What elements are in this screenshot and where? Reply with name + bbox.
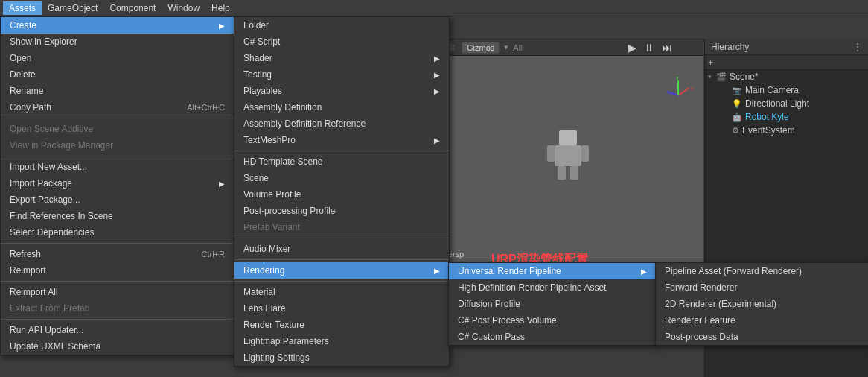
import-package-arrow: ▶ [219,180,225,188]
rendering-arrow: ▶ [434,267,440,275]
hierarchy-item-robot[interactable]: 🤖 Robot Kyle [705,110,868,124]
svg-rect-4 [558,166,566,180]
hierarchy-title: Hierarchy [711,42,749,52]
all-label: All [513,43,522,52]
light-icon: 💡 [732,99,742,109]
refresh-shortcut: Ctrl+R [202,250,225,259]
menu-component[interactable]: Component [103,1,162,15]
menu-item-view-package-manager: View in Package Manager [1,137,234,153]
svg-rect-3 [581,145,589,162]
menu-item-reimport[interactable]: Reimport [1,262,234,279]
hierarchy-toolbar: + [705,55,868,70]
hierarchy-item-camera[interactable]: 📷 Main Camera [705,83,868,97]
create-item-material[interactable]: Material [234,284,449,300]
sep4 [1,281,234,282]
create-item-assembly-def[interactable]: Assembly Definition [234,99,449,115]
create-sep4 [234,281,449,282]
create-item-prefab-variant: Prefab Variant [234,219,449,235]
hierarchy-menu-icon[interactable]: ⋮ [853,42,862,52]
urp-arrow: ▶ [641,267,647,276]
gizmos-dropdown: ▾ [504,42,508,52]
menu-item-delete[interactable]: Delete [1,66,234,83]
create-item-scene[interactable]: Scene [234,170,449,186]
menu-item-run-api-updater[interactable]: Run API Updater... [1,322,234,338]
create-item-csharp[interactable]: C# Script [234,34,449,50]
rendering-item-custom-pass[interactable]: C# Custom Pass [449,329,656,345]
menu-item-import-package[interactable]: Import Package ▶ [1,175,234,191]
rendering-item-hdrp[interactable]: High Definition Render Pipeline Asset [449,279,656,296]
rendering-dropdown-menu: Universal Render Pipeline ▶ High Definit… [448,262,657,346]
menu-item-extract-from-prefab: Extract From Prefab [1,300,234,317]
hierarchy-header: Hierarchy ⋮ [705,39,868,55]
rendering-item-urp[interactable]: Universal Render Pipeline ▶ [449,263,656,279]
svg-rect-2 [547,145,555,162]
create-item-audio-mixer[interactable]: Audio Mixer [234,241,449,257]
svg-text:x: x [691,85,694,92]
create-item-post-processing-profile[interactable]: Post-processing Profile [234,203,449,219]
create-item-lightmap-params[interactable]: Lightmap Parameters [234,333,449,349]
play-button[interactable]: ▶ [625,40,639,55]
hierarchy-item-scene[interactable]: ▾ 🎬 Scene* [705,70,868,83]
create-item-playables[interactable]: Playables ▶ [234,83,449,99]
playback-controls: ▶ ⏸ ⏭ [625,40,675,55]
svg-line-10 [667,92,678,95]
urp-item-forward-renderer[interactable]: Forward Renderer [656,279,868,296]
scene-icon: 🎬 [716,72,727,82]
urp-item-2d-renderer[interactable]: 2D Renderer (Experimental) [656,296,868,312]
tmp-arrow: ▶ [434,136,440,145]
scene-label: Scene* [730,72,759,82]
sep1 [1,118,234,118]
menu-help[interactable]: Help [205,1,236,15]
pause-button[interactable]: ⏸ [641,40,657,55]
menu-item-copy-path[interactable]: Copy Path Alt+Ctrl+C [1,99,234,115]
create-sep3 [234,259,449,260]
menu-assets[interactable]: Assets [3,1,42,15]
menu-bar: Assets GameObject Component Window Help [0,0,868,16]
svg-line-6 [678,88,689,95]
create-sep2 [234,238,449,238]
menu-item-export-package[interactable]: Export Package... [1,191,234,208]
create-item-lighting-settings[interactable]: Lighting Settings [234,349,449,366]
create-item-textmeshpro[interactable]: TextMeshPro ▶ [234,132,449,148]
create-sep1 [234,151,449,151]
step-button[interactable]: ⏭ [659,40,675,55]
menu-item-refresh[interactable]: Refresh Ctrl+R [1,246,234,262]
hierarchy-add-button[interactable]: + [708,57,713,68]
scene-canvas: x y < Persp [433,56,703,262]
rendering-item-diffusion[interactable]: Diffusion Profile [449,296,656,312]
create-item-volume-profile[interactable]: Volume Profile [234,186,449,203]
menu-item-import-new-asset[interactable]: Import New Asset... [1,159,234,175]
create-item-render-texture[interactable]: Render Texture [234,317,449,333]
urp-dropdown-menu: Pipeline Asset (Forward Renderer) Forwar… [655,262,868,346]
menu-item-open[interactable]: Open [1,50,234,66]
create-arrow: ▶ [219,22,225,30]
create-dropdown-menu: Folder C# Script Shader ▶ Testing ▶ Play… [234,16,450,367]
create-item-shader[interactable]: Shader ▶ [234,50,449,66]
axis-gizmo: x y [660,77,697,114]
create-item-lens-flare[interactable]: Lens Flare [234,300,449,317]
menu-item-find-references[interactable]: Find References In Scene [1,208,234,224]
create-item-assembly-def-ref[interactable]: Assembly Definition Reference [234,115,449,132]
hierarchy-item-light[interactable]: 💡 Directional Light [705,97,868,110]
create-item-hd-template[interactable]: HD Template Scene [234,153,449,170]
sep5 [1,319,234,320]
camera-icon: 📷 [732,86,742,95]
menu-item-select-deps[interactable]: Select Dependencies [1,224,234,241]
menu-gameobject[interactable]: GameObject [42,1,103,15]
menu-item-rename[interactable]: Rename [1,83,234,99]
menu-item-create[interactable]: Create ▶ [1,17,234,34]
create-item-rendering[interactable]: Rendering ▶ [234,262,449,279]
menu-item-reimport-all[interactable]: Reimport All [1,284,234,300]
rendering-item-post-process[interactable]: C# Post Process Volume [449,312,656,329]
menu-item-show-explorer[interactable]: Show in Explorer [1,34,234,50]
create-item-testing[interactable]: Testing ▶ [234,66,449,83]
svg-text:y: y [676,77,679,80]
create-item-folder[interactable]: Folder [234,17,449,34]
hierarchy-item-eventsystem[interactable]: ⚙ EventSystem [705,124,868,137]
gizmos-button[interactable]: Gizmos [462,42,500,54]
urp-item-renderer-feature[interactable]: Renderer Feature [656,312,868,329]
menu-item-update-uxml[interactable]: Update UXML Schema [1,338,234,355]
menu-window[interactable]: Window [162,1,205,15]
urp-item-pipeline-asset[interactable]: Pipeline Asset (Forward Renderer) [656,263,868,279]
urp-item-post-process-data[interactable]: Post-process Data [656,329,868,345]
